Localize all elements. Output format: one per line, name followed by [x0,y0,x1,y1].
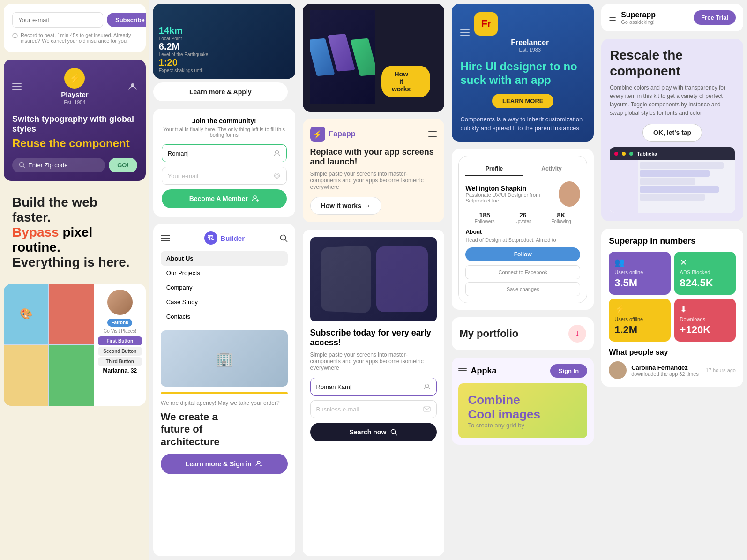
superapp-tagline: Go asskicking! [621,19,656,25]
connect-facebook-button[interactable]: Connect to Facebook [465,265,580,279]
appka-content: Combine Cool images To create any grid b… [458,383,587,438]
tab-activity[interactable]: Activity [523,163,580,176]
tablicka-preview: Tablicka [610,147,735,213]
learn-more-button[interactable]: LEARN MORE [492,94,553,108]
person-card: 🎨 Fairbnb Go Visit Places! First Button … [4,284,146,406]
become-member-button[interactable]: Become A Member [162,189,287,208]
how-it-works-button[interactable]: How it works → [381,66,430,97]
svg-text:i: i [15,34,15,37]
photo-cell-1: 🎨 [4,284,48,344]
tablicka-main [638,160,735,213]
playster-header: ⚡ Playster Est. 1954 [12,68,137,105]
menu-icon[interactable] [12,83,22,90]
nav-menu: About Us Our Projects Company Case Study… [161,251,288,324]
info-icon: i [12,33,18,38]
iso-elem-3 [350,38,375,76]
freelancer-icon: Fr [474,12,498,36]
nav-our-projects[interactable]: Our Projects [161,266,288,280]
menu-icon[interactable] [428,131,437,137]
playster-est: Est. 1954 [61,99,88,105]
third-button[interactable]: Third Button [98,357,142,366]
builder-image: 🏢 [161,330,288,387]
downloads-value: +120K [680,324,730,336]
shield-icon: ✕ [680,257,730,268]
users-offline-value: 1.2M [614,324,665,336]
person-buttons: First Button Second Button Third Button [98,336,142,367]
person-name: Marianna, 32 [103,367,137,374]
dot-red [614,152,618,156]
freelancer-est: Est. 1983 [474,47,585,52]
user-icon[interactable] [128,82,137,91]
freelancer-card: Fr Freelancer Est. 1983 Hire UI designer… [452,4,594,142]
appka-logo: Appka [458,366,496,376]
freelancer-name: Freelancer [474,38,585,47]
user-icon [423,383,431,390]
svg-rect-15 [161,235,170,236]
fapapp-icon: ⚡ [310,127,325,142]
email-placeholder[interactable]: Busniess e-mail [316,406,359,413]
business-email-field: Busniess e-mail [310,400,437,418]
fapapp-name: Fapapp [329,130,356,138]
search-now-button[interactable]: Search now [310,423,437,441]
photo-grid: 🎨 [4,284,94,406]
nav-company[interactable]: Company [161,280,288,295]
playster-logo: ⚡ Playster Est. 1954 [61,68,88,105]
svg-rect-16 [161,238,170,239]
howit-button-2[interactable]: How it works → [310,197,381,215]
stat3-value: 1:20 [159,57,209,68]
download-icon: ⬇ [680,304,730,314]
stat2-label: Level of the Earthquake [159,52,209,57]
bolt-icon: ⚡ [614,304,665,314]
menu-icon[interactable] [460,29,470,36]
svg-rect-30 [460,29,470,30]
playster-h2: Reuse the component [12,137,137,150]
apply-button[interactable]: Learn more & Apply [153,82,288,101]
tablicka-name: Tablicka [637,151,657,157]
hamburger-icon[interactable] [161,235,170,241]
first-button[interactable]: First Button [98,336,142,345]
stat-upvotes: 26 Upvotes [504,211,542,224]
builder-tagline: We create a future of architecture [161,411,288,448]
name-value[interactable]: Roman Kam| [316,383,352,390]
signin-button[interactable]: Learn more & Sign in [161,454,288,474]
tab-profile[interactable]: Profile [465,163,523,176]
svg-rect-35 [458,373,467,373]
combine-sub: To create any grid by [468,422,578,429]
second-button[interactable]: Second Button [98,347,142,356]
numbers-card: Superapp in numbers 👥 Users online 3.5M … [601,229,743,387]
follow-button[interactable]: Follow [465,247,580,261]
superapp-menu-icon[interactable]: ☰ [609,13,616,23]
search-icon[interactable] [279,234,288,242]
email-placeholder-text[interactable]: Your e-mail [168,172,198,179]
builder-card: 🏗 Builder About Us Our Projects Company … [153,224,295,556]
stat-followers: 185 Followers [465,211,504,224]
numbers-grid: 👥 Users online 3.5M ✕ ADS Blocked 824.5K… [609,252,736,342]
myportfolio-icon[interactable]: ↓ [568,325,586,343]
profile-title: Passionate UX/UI Designer from Setproduc… [465,192,559,203]
table-row-3 [640,178,695,185]
column-4: Fr Freelancer Est. 1983 Hire UI designer… [448,0,598,560]
nav-contacts[interactable]: Contacts [161,309,288,324]
user-field-icon [273,149,281,157]
table-row-2 [640,170,710,177]
appka-menu-icon[interactable] [458,368,467,373]
zip-input-container: Enter Zip code [12,158,105,172]
email-input[interactable] [12,12,103,28]
builder-name: Builder [220,234,245,242]
save-changes-button[interactable]: Save changes [465,282,580,296]
free-trial-button[interactable]: Free Trial [694,10,736,25]
agency-text: We are digital agency! May we take your … [161,400,288,406]
go-button[interactable]: GO! [109,158,137,172]
nav-case-study[interactable]: Case Study [161,295,288,309]
subscribe-button[interactable]: Subscribe [107,13,146,27]
appka-signin-button[interactable]: Sign In [550,364,587,378]
reviewer-name: Carolina Fernandez [631,364,699,371]
name-value[interactable]: Roman| [168,150,189,157]
tablicka-sidebar [610,160,638,213]
superapp-info: ☰ Superapp Go asskicking! [609,11,656,25]
oktap-button[interactable]: OK, let's tap [642,124,702,142]
svg-rect-17 [161,240,170,241]
nav-about-us[interactable]: About Us [161,251,288,266]
community-card: Join the community! Your trial is finall… [153,109,295,217]
profile-info-row: Wellington Shapkin Passionate UX/UI Desi… [465,181,580,207]
